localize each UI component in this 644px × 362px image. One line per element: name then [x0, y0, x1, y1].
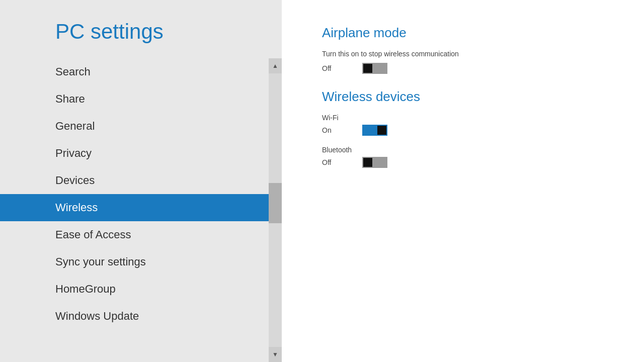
airplane-mode-description: Turn this on to stop wireless communicat… — [322, 50, 604, 58]
sidebar-item-devices[interactable]: Devices — [0, 167, 269, 194]
scrollbar-track — [269, 73, 282, 347]
airplane-mode-title: Airplane mode — [322, 25, 604, 41]
sidebar-item-homegroup[interactable]: HomeGroup — [0, 276, 269, 303]
bluetooth-row: Off — [322, 157, 604, 168]
sidebar: PC settings ▲ Search Share General Priva… — [0, 0, 282, 362]
scrollbar-thumb[interactable] — [269, 183, 282, 223]
wifi-row: On — [322, 125, 604, 136]
chevron-up-icon: ▲ — [272, 62, 278, 69]
bluetooth-state-label: Off — [322, 158, 362, 166]
airplane-mode-toggle-thumb — [363, 64, 372, 73]
chevron-down-icon: ▼ — [272, 351, 278, 358]
wifi-toggle-track — [362, 125, 387, 136]
bluetooth-section: Bluetooth Off — [322, 146, 604, 168]
wifi-toggle[interactable] — [362, 125, 387, 136]
nav-list: Search Share General Privacy Devices Wir… — [0, 58, 282, 330]
sidebar-item-search[interactable]: Search — [0, 58, 269, 85]
sidebar-item-wireless[interactable]: Wireless — [0, 194, 269, 221]
wifi-state-label: On — [322, 126, 362, 134]
sidebar-item-privacy[interactable]: Privacy — [0, 140, 269, 167]
sidebar-item-sync-your-settings[interactable]: Sync your settings — [0, 248, 269, 276]
sidebar-nav: ▲ Search Share General Privacy Devices W… — [0, 58, 282, 362]
bluetooth-toggle-thumb — [363, 158, 372, 167]
wifi-label: Wi-Fi — [322, 114, 604, 122]
bluetooth-toggle-track — [362, 157, 387, 168]
sidebar-item-share[interactable]: Share — [0, 85, 269, 113]
sidebar-item-windows-update[interactable]: Windows Update — [0, 303, 269, 330]
content-panel: Airplane mode Turn this on to stop wirel… — [282, 0, 644, 362]
wifi-toggle-thumb — [377, 126, 386, 135]
airplane-mode-state-label: Off — [322, 64, 362, 72]
airplane-mode-row: Off — [322, 63, 604, 74]
wireless-devices-title: Wireless devices — [322, 89, 604, 105]
airplane-mode-toggle[interactable] — [362, 63, 387, 74]
sidebar-item-ease-of-access[interactable]: Ease of Access — [0, 221, 269, 248]
wireless-devices-section: Wireless devices Wi-Fi On Bluetooth Off — [322, 89, 604, 168]
bluetooth-label: Bluetooth — [322, 146, 604, 154]
bluetooth-toggle[interactable] — [362, 157, 387, 168]
scroll-down-button[interactable]: ▼ — [269, 347, 282, 362]
sidebar-item-general[interactable]: General — [0, 113, 269, 140]
page-title: PC settings — [0, 0, 282, 58]
wifi-section: Wi-Fi On — [322, 114, 604, 136]
airplane-mode-toggle-track — [362, 63, 387, 74]
scroll-up-button[interactable]: ▲ — [269, 58, 282, 73]
airplane-mode-section: Airplane mode Turn this on to stop wirel… — [322, 25, 604, 74]
